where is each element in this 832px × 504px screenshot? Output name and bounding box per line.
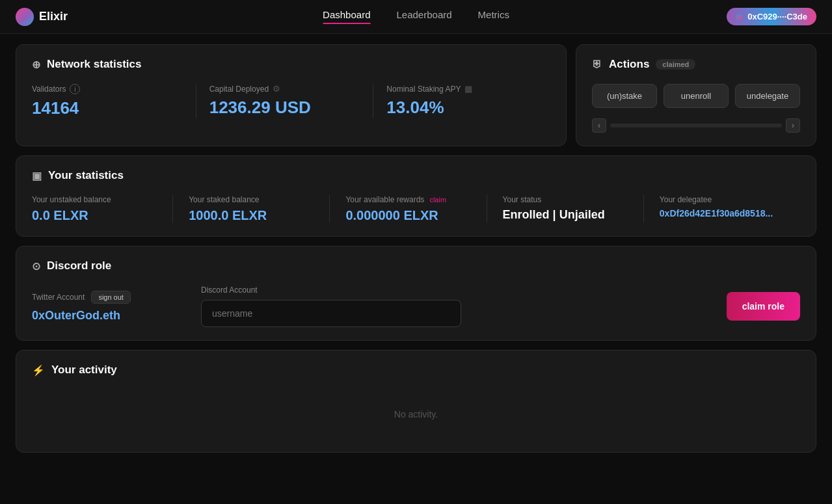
logo-icon <box>16 8 34 26</box>
stats-icon: ▣ <box>32 170 42 182</box>
undelegate-button[interactable]: undelegate <box>735 84 800 108</box>
unenroll-button[interactable]: unenroll <box>664 84 729 108</box>
rewards-block: Your available rewards claim 0.000000 EL… <box>345 195 487 223</box>
capital-value: 1236.29 USD <box>209 98 360 118</box>
validators-value: 14164 <box>32 98 183 118</box>
staked-block: Your staked balance 1000.0 ELXR <box>189 195 330 223</box>
scroll-right-arrow[interactable]: › <box>786 118 800 133</box>
nav-leaderboard[interactable]: Leaderboard <box>396 9 451 24</box>
your-activity-card: ⚡ Your activity No activity. <box>16 350 816 453</box>
scroll-left-arrow[interactable]: ‹ <box>592 118 606 133</box>
twitter-section: Twitter Account sign out 0xOuterGod.eth <box>32 291 175 323</box>
network-stats-row: Validators i 14164 Capital Deployed ⚙ 12… <box>32 84 550 118</box>
globe-icon: ⊕ <box>32 59 40 71</box>
logo: Elixir <box>16 8 68 26</box>
twitter-account-value: 0xOuterGod.eth <box>32 309 175 323</box>
actions-icon: ⛨ <box>592 59 602 70</box>
wallet-address: 0xC929····C3de <box>747 12 807 21</box>
delegatee-block: Your delegatee 0xDf26d42E1f30a6d8518... <box>660 195 800 223</box>
action-buttons-row: (un)stake unenroll undelegate <box>592 84 800 108</box>
nav-links: Dashboard Leaderboard Metrics <box>323 9 509 24</box>
scroll-track <box>610 124 782 127</box>
validators-info-icon[interactable]: i <box>70 84 80 94</box>
discord-username-input[interactable] <box>201 300 461 327</box>
discord-role-card: ⊙ Discord role Twitter Account sign out … <box>16 246 816 341</box>
unstaked-label: Your unstaked balance <box>32 195 157 204</box>
capital-block: Capital Deployed ⚙ 1236.29 USD <box>209 84 374 118</box>
filter-icon: ⚙ <box>273 84 280 94</box>
network-statistics-card: ⊕ Network statistics Validators i 14164 … <box>16 44 567 146</box>
status-block: Your status Enrolled | Unjailed <box>503 195 644 223</box>
activity-icon: ⚡ <box>32 364 45 377</box>
status-value: Enrolled | Unjailed <box>503 208 628 222</box>
wallet-button[interactable]: 0xC929····C3de <box>727 8 816 25</box>
twitter-label: Twitter Account sign out <box>32 291 175 304</box>
capital-label: Capital Deployed ⚙ <box>209 84 360 94</box>
apy-value: 13.04% <box>386 98 537 118</box>
logo-text: Elixir <box>39 10 68 23</box>
claimed-badge: claimed <box>656 59 695 70</box>
your-statistics-card: ▣ Your statistics Your unstaked balance … <box>16 155 816 237</box>
validators-label: Validators i <box>32 84 183 94</box>
delegatee-value: 0xDf26d42E1f30a6d8518... <box>660 208 785 219</box>
discord-account-label: Discord Account <box>201 285 701 295</box>
staked-value: 1000.0 ELXR <box>189 208 314 223</box>
status-label: Your status <box>503 195 628 204</box>
actions-card: ⛨ Actions claimed (un)stake unenroll und… <box>576 44 816 146</box>
scroll-bar: ‹ › <box>592 118 800 133</box>
unstake-button[interactable]: (un)stake <box>592 84 657 108</box>
nav-dashboard[interactable]: Dashboard <box>323 9 370 24</box>
validators-block: Validators i 14164 <box>32 84 196 118</box>
main-content: ⊕ Network statistics Validators i 14164 … <box>0 34 832 463</box>
top-row: ⊕ Network statistics Validators i 14164 … <box>16 44 816 146</box>
rewards-value: 0.000000 ELXR <box>345 208 470 223</box>
no-activity-text: No activity. <box>32 390 800 439</box>
claim-role-button[interactable]: claim role <box>727 292 800 321</box>
discord-role-title: ⊙ Discord role <box>32 259 800 272</box>
apy-label: Nominal Staking APY ▦ <box>386 84 537 94</box>
chart-icon: ▦ <box>464 84 472 94</box>
delegatee-label: Your delegatee <box>660 195 785 204</box>
actions-title-row: ⛨ Actions claimed <box>592 58 800 71</box>
rewards-label: Your available rewards claim <box>345 195 470 204</box>
your-stats-row: Your unstaked balance 0.0 ELXR Your stak… <box>32 195 800 223</box>
navbar: Elixir Dashboard Leaderboard Metrics 0xC… <box>0 0 832 34</box>
discord-section: Discord Account <box>201 285 701 327</box>
wallet-icon <box>736 14 742 20</box>
unstaked-block: Your unstaked balance 0.0 ELXR <box>32 195 173 223</box>
nav-metrics[interactable]: Metrics <box>478 9 509 24</box>
your-statistics-title: ▣ Your statistics <box>32 169 800 182</box>
apy-block: Nominal Staking APY ▦ 13.04% <box>386 84 550 118</box>
claim-link[interactable]: claim <box>429 196 446 204</box>
discord-icon: ⊙ <box>32 260 40 272</box>
unstaked-value: 0.0 ELXR <box>32 208 157 223</box>
sign-out-button[interactable]: sign out <box>91 291 131 304</box>
staked-label: Your staked balance <box>189 195 314 204</box>
network-statistics-title: ⊕ Network statistics <box>32 58 550 71</box>
discord-body: Twitter Account sign out 0xOuterGod.eth … <box>32 285 800 327</box>
your-activity-title: ⚡ Your activity <box>32 364 800 377</box>
